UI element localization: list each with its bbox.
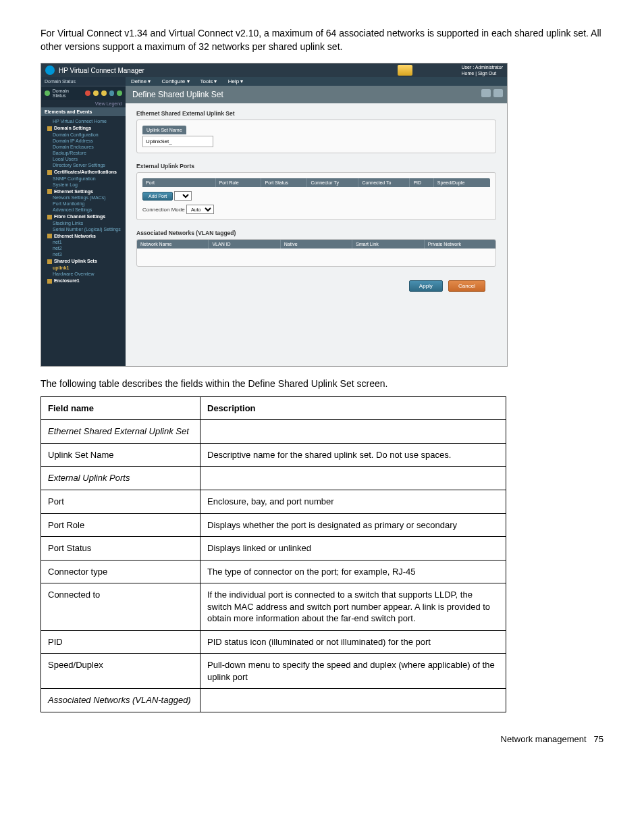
warning-icon — [109, 90, 115, 96]
description-cell — [200, 689, 506, 712]
col-speed-duplex: Speed/Duple — [434, 178, 490, 187]
col-vlan-id: VLAN ID — [209, 240, 280, 249]
ports-table-header: Port Port Role Port Status Connector Ty … — [142, 178, 490, 187]
description-cell: The type of connector on the port; for e… — [200, 560, 506, 583]
col-network-name: Network Name — [137, 240, 209, 249]
nav-item[interactable]: net2 — [45, 245, 122, 251]
app-screenshot: HP Virtual Connect Manager User : Admini… — [41, 63, 508, 367]
nav-item[interactable]: net3 — [45, 251, 122, 257]
elements-events-header: Elements and Events — [41, 107, 126, 116]
col-connected-to: Connected To — [358, 178, 410, 187]
nav-certificates[interactable]: Certificates/Authentications — [45, 168, 122, 176]
col-port: Port — [142, 178, 216, 187]
nav-home[interactable]: HP Virtual Connect Home — [45, 118, 122, 124]
nav-ethernet-networks[interactable]: Ethernet Networks — [45, 232, 122, 240]
title-bar: HP Virtual Connect Manager User : Admini… — [41, 63, 507, 77]
field-name-cell: Port Status — [41, 537, 200, 561]
menu-tools[interactable]: Tools ▾ — [200, 78, 217, 84]
description-cell — [200, 467, 506, 490]
field-name-cell: Associated Networks (VLAN-tagged) — [41, 689, 200, 712]
field-name-cell: Speed/Duplex — [41, 654, 200, 689]
page-footer: Network management 75 — [41, 734, 603, 744]
page-title-bar: Define Shared Uplink Set — [126, 86, 507, 103]
description-cell: Pull-down menu to specify the speed and … — [200, 654, 506, 689]
description-cell: PID status icon (illuminated or not illu… — [200, 630, 506, 654]
field-name-cell: Ethernet Shared External Uplink Set — [41, 420, 200, 444]
nav-shared-uplink-sets[interactable]: Shared Uplink Sets — [45, 257, 122, 265]
user-label: User : Administrator — [462, 65, 503, 70]
nav-domain-settings[interactable]: Domain Settings — [45, 124, 122, 132]
description-cell: Enclosure, bay, and port number — [200, 490, 506, 513]
th-field-name: Field name — [41, 396, 200, 420]
user-links[interactable]: Home | Sign Out — [462, 71, 497, 76]
nav-item[interactable]: Backup/Restore — [45, 150, 122, 156]
col-native: Native — [281, 240, 352, 249]
field-name-cell: Port — [41, 490, 200, 513]
nav-item[interactable]: Port Monitoring — [45, 201, 122, 207]
nav-item[interactable]: SNMP Configuration — [45, 176, 122, 182]
nav-hardware-overview[interactable]: Hardware Overview — [45, 271, 122, 277]
nav-item[interactable]: Local Users — [45, 156, 122, 162]
panel3-heading: Associated Networks (VLAN tagged) — [136, 230, 496, 236]
field-name-cell: Connected to — [41, 583, 200, 631]
nav-item[interactable]: Network Settings (MACs) — [45, 194, 122, 201]
sidebar: Domain Status Domain Status View Legend … — [41, 77, 126, 366]
nav-item[interactable]: Advanced Settings — [45, 207, 122, 213]
add-port-select[interactable] — [174, 191, 192, 201]
hp-logo-icon — [45, 66, 55, 75]
nav-item[interactable]: net1 — [45, 239, 122, 245]
th-description: Description — [200, 396, 506, 420]
field-name-cell: Port Role — [41, 513, 200, 537]
footer-section: Network management — [501, 734, 587, 744]
nav-ethernet-settings[interactable]: Ethernet Settings — [45, 188, 122, 195]
nav-item[interactable]: Directory Server Settings — [45, 162, 122, 168]
menu-configure[interactable]: Configure ▾ — [162, 78, 190, 84]
add-port-button[interactable]: Add Port — [142, 192, 173, 201]
nav-fibre-channel[interactable]: Fibre Channel Settings — [45, 213, 122, 220]
uplink-set-name-header: Uplink Set Name — [142, 126, 186, 134]
view-legend-link[interactable]: View Legend — [41, 100, 126, 107]
col-port-role: Port Role — [216, 178, 262, 187]
nav-item[interactable]: Domain Configuration — [45, 132, 122, 138]
nav-item[interactable]: Stacking Links — [45, 220, 122, 226]
field-name-cell: Connector type — [41, 560, 200, 583]
connection-mode-select[interactable]: Auto — [186, 205, 214, 214]
menu-help[interactable]: Help ▾ — [228, 78, 244, 84]
main-panel: Define ▾ Configure ▾ Tools ▾ Help ▾ Defi… — [126, 77, 507, 366]
uplink-set-name-input[interactable] — [142, 136, 213, 147]
field-name-cell: PID — [41, 630, 200, 654]
col-connector-type: Connector Ty — [307, 178, 358, 187]
status-label: Domain Status — [53, 88, 83, 98]
print-icon[interactable] — [481, 89, 491, 97]
description-cell — [200, 420, 506, 444]
nav-enclosure[interactable]: Enclosure1 — [45, 277, 122, 284]
apply-button[interactable]: Apply — [409, 280, 443, 292]
panel1-heading: Ethernet Shared External Uplink Set — [136, 110, 496, 117]
col-port-status: Port Status — [261, 178, 307, 187]
nav-item[interactable]: Serial Number (Logical) Settings — [45, 226, 122, 232]
critical-icon — [85, 90, 90, 96]
description-cell: Displays whether the port is designated … — [200, 513, 506, 537]
nav-item[interactable]: System Log — [45, 182, 122, 188]
col-private-network: Private Network — [425, 240, 495, 249]
field-name-cell: Uplink Set Name — [41, 443, 200, 467]
nav-item[interactable]: Domain Enclosures — [45, 144, 122, 150]
menu-define[interactable]: Define ▾ — [131, 78, 151, 84]
intro-paragraph: For Virtual Connect v1.34 and Virtual Co… — [41, 27, 603, 53]
nav-item-selected[interactable]: uplink1 — [45, 265, 122, 271]
page-title: Define Shared Uplink Set — [132, 90, 223, 99]
connection-mode-label: Connection Mode — [142, 207, 185, 213]
nav-item[interactable]: Domain IP Address — [45, 138, 122, 144]
networks-table-header: Network Name VLAN ID Native Smart Link P… — [137, 240, 495, 249]
help-icon[interactable] — [493, 89, 503, 97]
domain-status-icons: Domain Status — [41, 86, 126, 100]
field-name-cell: External Uplink Ports — [41, 467, 200, 490]
normal-icon — [117, 90, 122, 96]
cancel-button[interactable]: Cancel — [448, 280, 485, 292]
description-cell: Descriptive name for the shared uplink s… — [200, 443, 506, 467]
col-smart-link: Smart Link — [352, 240, 424, 249]
app-title: HP Virtual Connect Manager — [59, 67, 144, 74]
minor-icon — [101, 90, 107, 96]
action-buttons: Apply Cancel — [136, 276, 496, 292]
footer-page-number: 75 — [594, 734, 603, 744]
